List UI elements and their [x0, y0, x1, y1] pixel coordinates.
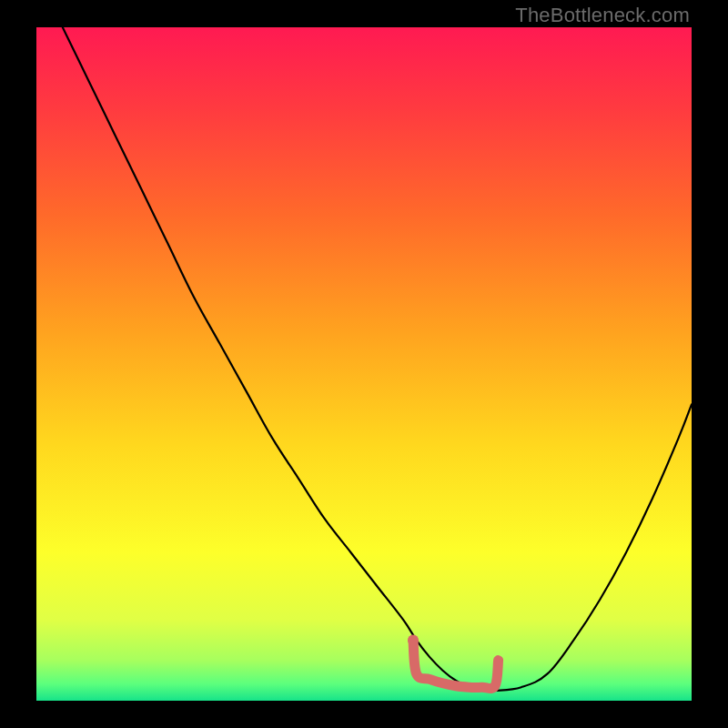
- watermark-text: TheBottleneck.com: [515, 4, 690, 27]
- plot-area: [36, 27, 692, 701]
- chart-frame: TheBottleneck.com: [0, 0, 728, 728]
- bottleneck-curve: [63, 27, 692, 691]
- optimal-range-segment: [413, 640, 499, 688]
- curve-layer: [36, 27, 692, 701]
- optimal-start-dot: [408, 634, 419, 645]
